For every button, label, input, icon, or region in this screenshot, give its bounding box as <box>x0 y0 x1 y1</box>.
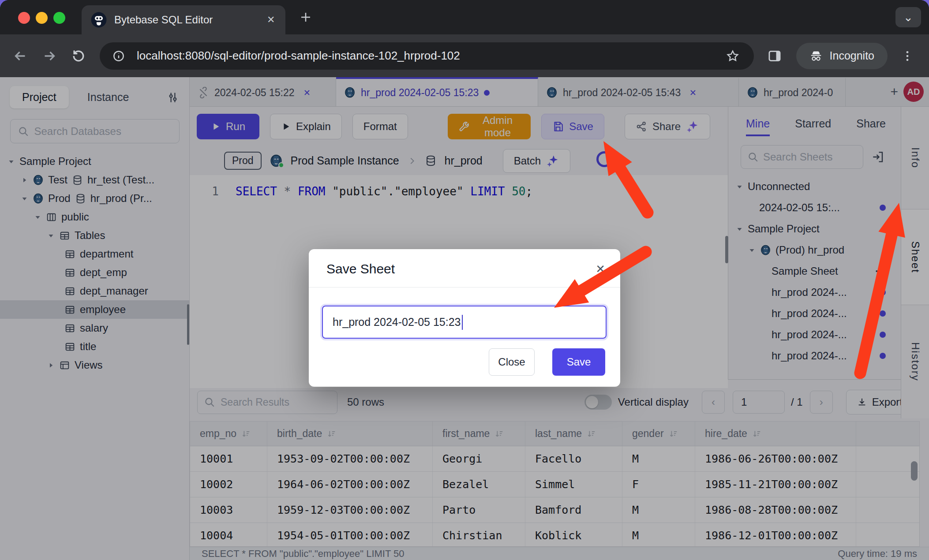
back-icon[interactable] <box>12 48 28 64</box>
traffic-close-button[interactable] <box>18 12 30 24</box>
browser-tab-close-icon[interactable]: ✕ <box>267 14 277 26</box>
browser-tabstrip: Bytebase SQL Editor ✕ ⌄ <box>0 0 929 34</box>
side-panel-icon[interactable] <box>767 49 783 63</box>
url-text: localhost:8080/sql-editor/prod-sample-in… <box>137 49 717 63</box>
forward-icon[interactable] <box>41 48 57 64</box>
browser-chrome: Bytebase SQL Editor ✕ ⌄ localhost:8080/s… <box>0 0 929 77</box>
incognito-icon <box>809 49 823 63</box>
dialog-title: Save Sheet <box>326 261 395 276</box>
dialog-divider <box>309 287 620 287</box>
tab-search-chevron-button[interactable]: ⌄ <box>895 7 921 27</box>
url-bar[interactable]: localhost:8080/sql-editor/prod-sample-in… <box>100 42 754 70</box>
dialog-close-button[interactable]: Close <box>489 348 535 376</box>
reload-icon[interactable] <box>71 48 86 64</box>
traffic-zoom-button[interactable] <box>53 12 65 24</box>
traffic-minimize-button[interactable] <box>36 12 48 24</box>
browser-tab[interactable]: Bytebase SQL Editor ✕ <box>82 5 285 34</box>
sheet-name-value: hr_prod 2024-02-05 15:23 <box>333 316 461 329</box>
new-tab-button[interactable] <box>299 11 312 24</box>
screen: Bytebase SQL Editor ✕ ⌄ localhost:8080/s… <box>0 0 929 560</box>
browser-menu-kebab-icon[interactable] <box>901 49 917 63</box>
dialog-close-icon[interactable]: ✕ <box>596 262 605 276</box>
incognito-label: Incognito <box>830 49 874 62</box>
site-info-icon[interactable] <box>112 49 128 63</box>
bytebase-page: Project Instance Sample ProjectTesthr_te… <box>0 77 929 560</box>
browser-toolbar: localhost:8080/sql-editor/prod-sample-in… <box>0 34 929 77</box>
dialog-save-button[interactable]: Save <box>552 348 605 376</box>
bytebase-favicon-icon <box>90 11 107 28</box>
bookmark-star-icon[interactable] <box>726 49 742 63</box>
sheet-name-input[interactable]: hr_prod 2024-02-05 15:23 <box>322 306 607 339</box>
save-sheet-dialog: Save Sheet ✕ hr_prod 2024-02-05 15:23 Cl… <box>309 249 620 387</box>
text-cursor <box>462 315 463 330</box>
browser-tab-title: Bytebase SQL Editor <box>114 14 260 26</box>
incognito-badge: Incognito <box>796 43 888 69</box>
